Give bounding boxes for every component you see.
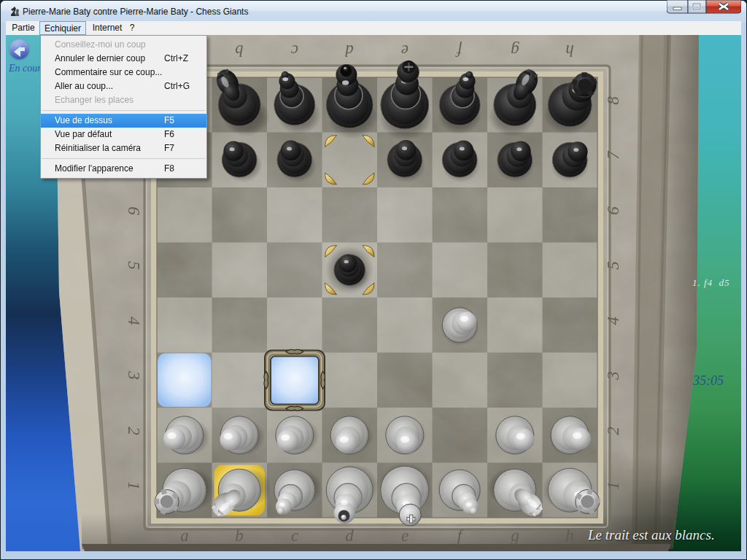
svg-text:b: b (235, 526, 244, 545)
svg-text:b: b (235, 42, 244, 60)
svg-text:c: c (291, 42, 298, 60)
svg-text:7: 7 (604, 150, 622, 160)
svg-text:3: 3 (125, 370, 143, 380)
svg-text:g: g (511, 42, 519, 60)
svg-text:d: d (345, 42, 354, 60)
svg-text:1: 1 (125, 481, 143, 490)
svg-text:2: 2 (125, 427, 143, 435)
svg-text:c: c (291, 526, 298, 545)
svg-text:8: 8 (604, 96, 622, 105)
svg-text:h: h (565, 42, 574, 60)
svg-text:4: 4 (125, 316, 143, 325)
svg-text:4: 4 (604, 316, 622, 325)
svg-text:5: 5 (125, 261, 143, 270)
svg-text:h: h (565, 526, 574, 545)
svg-text:2: 2 (604, 427, 622, 435)
svg-text:g: g (511, 526, 519, 545)
svg-text:e: e (401, 526, 409, 545)
svg-text:e: e (401, 42, 409, 60)
svg-text:5: 5 (604, 261, 622, 270)
svg-text:d: d (345, 526, 354, 545)
svg-text:a: a (180, 526, 189, 545)
svg-text:6: 6 (125, 206, 143, 215)
svg-text:3: 3 (604, 371, 622, 381)
svg-text:6: 6 (604, 206, 622, 215)
svg-text:1: 1 (604, 481, 622, 490)
